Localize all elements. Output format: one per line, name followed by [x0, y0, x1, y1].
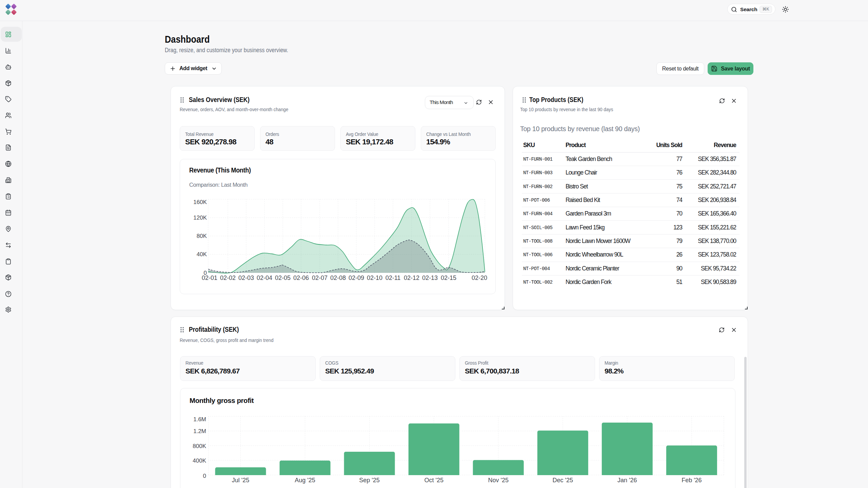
svg-text:02-10: 02-10	[367, 274, 382, 281]
svg-text:02-03: 02-03	[238, 274, 254, 281]
svg-text:Sep '25: Sep '25	[359, 477, 380, 484]
svg-text:Jan '26: Jan '26	[617, 477, 637, 484]
svg-text:02-09: 02-09	[349, 274, 364, 281]
svg-text:0: 0	[203, 473, 206, 479]
svg-text:120K: 120K	[193, 215, 207, 221]
svg-text:800K: 800K	[193, 443, 206, 449]
svg-text:Oct '25: Oct '25	[424, 477, 443, 484]
svg-text:02-08: 02-08	[330, 274, 346, 281]
svg-text:02-13: 02-13	[422, 274, 438, 281]
svg-text:1.2M: 1.2M	[193, 428, 206, 434]
svg-text:02-11: 02-11	[386, 274, 401, 281]
svg-text:02-04: 02-04	[257, 274, 272, 281]
svg-text:400K: 400K	[193, 458, 206, 464]
svg-text:02-02: 02-02	[220, 274, 236, 281]
svg-text:Nov '25: Nov '25	[488, 477, 508, 484]
svg-text:02-20: 02-20	[472, 274, 487, 281]
svg-text:160K: 160K	[193, 199, 207, 205]
svg-text:Dec '25: Dec '25	[553, 477, 573, 484]
svg-text:02-05: 02-05	[275, 274, 291, 281]
svg-text:02-12: 02-12	[404, 274, 419, 281]
svg-text:40K: 40K	[197, 251, 207, 258]
svg-text:1.6M: 1.6M	[193, 416, 206, 423]
svg-text:02-15: 02-15	[441, 274, 456, 281]
svg-text:02-06: 02-06	[293, 274, 309, 281]
svg-text:02-07: 02-07	[312, 274, 328, 281]
svg-text:Jul '25: Jul '25	[232, 477, 249, 484]
svg-text:Aug '25: Aug '25	[295, 477, 315, 484]
svg-text:80K: 80K	[197, 233, 207, 239]
svg-text:02-01: 02-01	[202, 274, 217, 281]
svg-text:Feb '26: Feb '26	[682, 477, 702, 484]
